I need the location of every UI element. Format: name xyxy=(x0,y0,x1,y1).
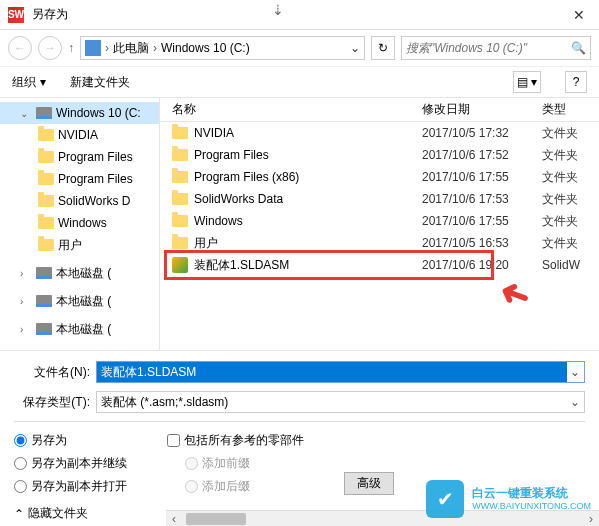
nav-back-button[interactable]: ← xyxy=(8,36,32,60)
content-area: ⌄ Windows 10 (C: NVIDIA Program Files Pr… xyxy=(0,98,599,350)
folder-icon xyxy=(172,215,188,227)
tree-drive[interactable]: ›本地磁盘 ( xyxy=(0,262,159,284)
search-icon[interactable]: 🔍 xyxy=(571,41,586,55)
pc-icon xyxy=(85,40,101,56)
folder-icon xyxy=(172,193,188,205)
check-include-refs[interactable]: 包括所有参考的零部件 xyxy=(167,432,304,449)
file-row[interactable]: NVIDIA2017/10/5 17:32文件夹 xyxy=(160,122,599,144)
organize-button[interactable]: 组织 ▾ xyxy=(12,74,46,91)
drive-icon xyxy=(36,107,52,119)
radio-prefix[interactable]: 添加前缀 xyxy=(185,455,304,472)
drive-icon xyxy=(36,295,52,307)
file-type: 文件夹 xyxy=(542,125,599,142)
filename-input-wrap[interactable]: ⌄ xyxy=(96,361,585,383)
new-folder-button[interactable]: 新建文件夹 xyxy=(70,74,130,91)
breadcrumb-dropdown[interactable]: ⌄ xyxy=(350,41,360,55)
filetype-select[interactable]: 装配体 (*.asm;*.sldasm) ⌄ xyxy=(96,391,585,413)
breadcrumb-drive[interactable]: Windows 10 (C:) xyxy=(161,41,250,55)
file-list-header: 名称 修改日期 类型 xyxy=(160,98,599,122)
folder-icon xyxy=(38,217,54,229)
folder-icon xyxy=(172,149,188,161)
chevron-down-icon: ▾ xyxy=(40,75,46,89)
file-row[interactable]: Program Files2017/10/6 17:52文件夹 xyxy=(160,144,599,166)
radio-saveas[interactable]: 另存为 xyxy=(14,432,127,449)
col-name-header[interactable]: 名称 xyxy=(172,101,422,118)
tree-drive-c[interactable]: ⌄ Windows 10 (C: xyxy=(0,102,159,124)
col-type-header[interactable]: 类型 xyxy=(542,101,599,118)
col-date-header[interactable]: 修改日期 xyxy=(422,101,542,118)
file-type: 文件夹 xyxy=(542,191,599,208)
hide-folders-label: 隐藏文件夹 xyxy=(28,505,88,522)
help-button[interactable]: ? xyxy=(565,71,587,93)
saveas-radio-group: 另存为 另存为副本并继续 另存为副本并打开 xyxy=(14,432,127,495)
file-type: 文件夹 xyxy=(542,235,599,252)
drive-icon xyxy=(36,323,52,335)
tree-drive[interactable]: ›本地磁盘 ( xyxy=(0,318,159,340)
tree-item[interactable]: 用户 xyxy=(0,234,159,256)
folder-icon xyxy=(172,237,188,249)
filename-input[interactable] xyxy=(97,362,567,382)
filetype-dropdown[interactable]: ⌄ xyxy=(566,395,584,409)
folder-icon xyxy=(38,195,54,207)
breadcrumb[interactable]: › 此电脑 › Windows 10 (C:) ⌄ xyxy=(80,36,365,60)
expander-icon[interactable]: › xyxy=(20,324,32,335)
file-date: 2017/10/5 17:32 xyxy=(422,126,542,140)
tree-label: 用户 xyxy=(58,237,82,254)
file-date: 2017/10/5 16:53 xyxy=(422,236,542,250)
tree-item[interactable]: Windows xyxy=(0,212,159,234)
tree-label: Windows xyxy=(58,216,107,230)
file-name: NVIDIA xyxy=(194,126,422,140)
radio-suffix[interactable]: 添加后缀 xyxy=(185,478,304,495)
file-type: 文件夹 xyxy=(542,213,599,230)
tree-drive[interactable]: ›本地磁盘 ( xyxy=(0,290,159,312)
close-button[interactable]: ✕ xyxy=(567,7,591,23)
folder-icon xyxy=(38,129,54,141)
tree-item[interactable]: Program Files xyxy=(0,146,159,168)
file-name: Program Files xyxy=(194,148,422,162)
filename-dropdown[interactable]: ⌄ xyxy=(567,365,584,379)
expander-icon[interactable]: ⌄ xyxy=(20,108,32,119)
radio-copy-open[interactable]: 另存为副本并打开 xyxy=(14,478,127,495)
folder-icon xyxy=(38,239,54,251)
file-row[interactable]: SolidWorks Data2017/10/6 17:53文件夹 xyxy=(160,188,599,210)
expander-icon[interactable]: › xyxy=(20,268,32,279)
annotation-arrow-icon: ➜ xyxy=(494,270,537,320)
file-row[interactable]: 用户2017/10/5 16:53文件夹 xyxy=(160,232,599,254)
tree-label: SolidWorks D xyxy=(58,194,130,208)
folder-tree[interactable]: ⌄ Windows 10 (C: NVIDIA Program Files Pr… xyxy=(0,98,160,350)
divider xyxy=(14,421,585,422)
file-list[interactable]: 名称 修改日期 类型 NVIDIA2017/10/5 17:32文件夹Progr… xyxy=(160,98,599,350)
nav-up-button[interactable]: ↑ xyxy=(68,41,74,55)
scroll-left-icon[interactable]: ‹ xyxy=(166,512,182,526)
tree-label: 本地磁盘 ( xyxy=(56,265,111,282)
file-date: 2017/10/6 17:55 xyxy=(422,170,542,184)
assembly-icon xyxy=(172,257,188,273)
radio-copy-continue[interactable]: 另存为副本并继续 xyxy=(14,455,127,472)
view-mode-button[interactable]: ▤ ▾ xyxy=(513,71,541,93)
tree-label: Windows 10 (C: xyxy=(56,106,141,120)
advanced-button[interactable]: 高级 xyxy=(344,472,394,495)
search-box[interactable]: 🔍 xyxy=(401,36,591,60)
file-name: Program Files (x86) xyxy=(194,170,422,184)
file-name: SolidWorks Data xyxy=(194,192,422,206)
watermark-icon: ✔ xyxy=(426,480,464,518)
tree-item[interactable]: NVIDIA xyxy=(0,124,159,146)
refresh-button[interactable]: ↻ xyxy=(371,36,395,60)
search-input[interactable] xyxy=(406,41,567,55)
file-row[interactable]: Windows2017/10/6 17:55文件夹 xyxy=(160,210,599,232)
tree-label: Program Files xyxy=(58,172,133,186)
expander-icon[interactable]: › xyxy=(20,296,32,307)
tree-label: 本地磁盘 ( xyxy=(56,293,111,310)
tree-item[interactable]: Program Files xyxy=(0,168,159,190)
tree-item[interactable]: SolidWorks D xyxy=(0,190,159,212)
scroll-thumb[interactable] xyxy=(186,513,246,525)
file-row[interactable]: Program Files (x86)2017/10/6 17:55文件夹 xyxy=(160,166,599,188)
refs-check-group: 包括所有参考的零部件 添加前缀 添加后缀 xyxy=(167,432,304,495)
nav-forward-button[interactable]: → xyxy=(38,36,62,60)
drive-icon xyxy=(36,267,52,279)
breadcrumb-pc[interactable]: 此电脑 xyxy=(113,40,149,57)
tree-label: Program Files xyxy=(58,150,133,164)
file-row[interactable]: 装配体1.SLDASM2017/10/6 19:20SolidW xyxy=(160,254,599,276)
tree-label: NVIDIA xyxy=(58,128,98,142)
file-date: 2017/10/6 19:20 xyxy=(422,258,542,272)
